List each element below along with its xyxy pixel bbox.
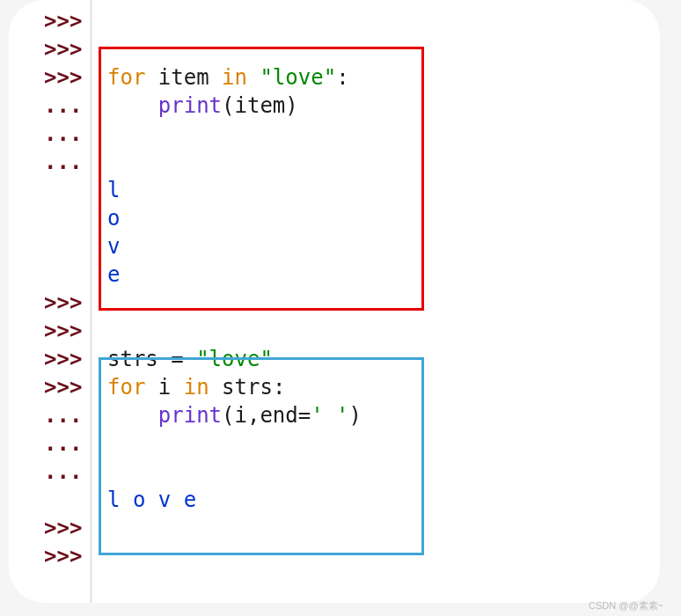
prompt-empty <box>44 260 99 289</box>
prompt-continuation: ... <box>44 92 99 120</box>
string-literal: ' ' <box>311 403 348 428</box>
prompt-line: ... <box>44 429 660 458</box>
code-empty <box>99 120 107 148</box>
prompt-primary: >>> <box>44 514 99 542</box>
code-line: >>> for i in strs: <box>44 373 660 401</box>
prompt-line: >>> <box>44 542 660 570</box>
code-empty <box>99 429 107 458</box>
prompt-primary: >>> <box>44 317 99 345</box>
code-window: >>> >>> >>> for item in "love": ... prin… <box>9 0 660 603</box>
prompt-line: >>> <box>44 514 660 542</box>
code-line: >>> strs = "love" <box>44 345 660 373</box>
prompt-line: >>> <box>44 7 660 35</box>
code-empty <box>99 317 107 345</box>
code-line: >>> for item in "love": <box>44 63 660 92</box>
output-char: o <box>99 204 120 232</box>
prompt-primary: >>> <box>44 63 99 92</box>
prompt-primary: >>> <box>44 373 99 401</box>
keyword-in: in <box>184 375 209 400</box>
variable-i: i <box>158 375 171 400</box>
output-line: l o v e <box>44 486 660 514</box>
string-literal: "love" <box>260 65 336 90</box>
prompt-primary: >>> <box>44 7 99 35</box>
print-statement: print(i,end=' ') <box>99 401 362 429</box>
paren-close: ) <box>285 93 297 118</box>
for-statement: for item in "love": <box>99 63 349 92</box>
indent <box>107 93 158 118</box>
print-statement: print(item) <box>99 92 298 120</box>
code-line: ... print(item) <box>44 92 660 120</box>
indent <box>107 403 158 428</box>
colon: : <box>273 375 285 400</box>
prompt-empty <box>44 486 99 514</box>
code-line: ... print(i,end=' ') <box>44 401 660 429</box>
code-empty <box>99 7 107 35</box>
code-empty <box>99 289 107 317</box>
prompt-line: >>> <box>44 289 660 317</box>
prompt-continuation: ... <box>44 120 99 148</box>
code-empty <box>99 542 107 570</box>
prompt-line: ... <box>44 458 660 486</box>
output-line: o <box>44 204 660 232</box>
function-print: print <box>158 403 222 428</box>
prompt-primary: >>> <box>44 289 99 317</box>
output-char: e <box>99 260 120 289</box>
argument-i: i <box>235 403 247 428</box>
equals: = <box>298 403 311 428</box>
keyword-for: for <box>107 375 145 400</box>
output-line: v <box>44 232 660 260</box>
string-literal: "love" <box>196 347 273 371</box>
prompt-primary: >>> <box>44 345 99 373</box>
variable-strs: strs <box>107 347 158 371</box>
variable-item: item <box>158 65 209 90</box>
prompt-line: >>> <box>44 317 660 345</box>
colon: : <box>336 65 348 90</box>
watermark-text: CSDN @@素素~ <box>589 599 663 612</box>
prompt-line: ... <box>44 148 660 176</box>
assignment-statement: strs = "love" <box>99 345 273 373</box>
function-print: print <box>158 93 222 118</box>
output-text: l o v e <box>99 486 196 514</box>
prompt-primary: >>> <box>44 542 99 570</box>
code-empty <box>99 148 107 176</box>
output-line: e <box>44 260 660 289</box>
prompt-continuation: ... <box>44 148 99 176</box>
prompt-continuation: ... <box>44 458 99 486</box>
comma: , <box>247 403 260 428</box>
code-empty <box>99 514 107 542</box>
output-line: l <box>44 176 660 204</box>
prompt-empty <box>44 204 99 232</box>
paren-close: ) <box>349 403 362 428</box>
kwarg-end: end <box>260 403 297 428</box>
equals: = <box>158 347 196 371</box>
output-char: l <box>99 176 120 204</box>
prompt-empty <box>44 232 99 260</box>
prompt-primary: >>> <box>44 35 99 63</box>
code-empty <box>99 458 107 486</box>
paren-open: ( <box>222 403 234 428</box>
prompt-empty <box>44 176 99 204</box>
prompt-line: ... <box>44 120 660 148</box>
code-area: >>> >>> >>> for item in "love": ... prin… <box>9 7 660 570</box>
paren-open: ( <box>222 93 234 118</box>
code-empty <box>99 35 107 63</box>
keyword-in: in <box>222 65 247 90</box>
keyword-for: for <box>107 65 145 90</box>
prompt-continuation: ... <box>44 401 99 429</box>
prompt-line: >>> <box>44 35 660 63</box>
argument: item <box>235 93 286 118</box>
for-statement: for i in strs: <box>99 373 285 401</box>
variable-strs: strs <box>222 375 273 400</box>
prompt-continuation: ... <box>44 429 99 458</box>
output-char: v <box>99 232 120 260</box>
